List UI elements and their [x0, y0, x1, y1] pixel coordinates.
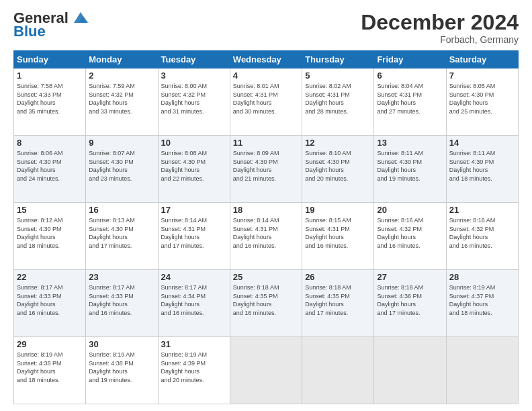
calendar-cell — [230, 337, 302, 404]
calendar-cell: 23 Sunrise: 8:17 AM Sunset: 4:33 PM Dayl… — [86, 270, 158, 337]
day-number: 28 — [449, 272, 515, 282]
day-info: Sunrise: 8:16 AM Sunset: 4:32 PM Dayligh… — [449, 216, 515, 250]
calendar-cell: 3 Sunrise: 8:00 AM Sunset: 4:32 PM Dayli… — [158, 68, 230, 136]
day-info: Sunrise: 8:06 AM Sunset: 4:30 PM Dayligh… — [17, 149, 83, 183]
day-number: 31 — [161, 339, 227, 349]
day-info: Sunrise: 8:12 AM Sunset: 4:30 PM Dayligh… — [17, 216, 83, 250]
calendar-cell: 20 Sunrise: 8:16 AM Sunset: 4:32 PM Dayl… — [374, 203, 446, 270]
calendar-cell: 24 Sunrise: 8:17 AM Sunset: 4:34 PM Dayl… — [158, 270, 230, 337]
day-info: Sunrise: 8:14 AM Sunset: 4:31 PM Dayligh… — [161, 216, 227, 250]
day-info: Sunrise: 8:11 AM Sunset: 4:30 PM Dayligh… — [377, 149, 443, 183]
day-info: Sunrise: 8:09 AM Sunset: 4:30 PM Dayligh… — [233, 149, 299, 183]
day-number: 10 — [161, 138, 227, 148]
calendar-cell: 14 Sunrise: 8:11 AM Sunset: 4:30 PM Dayl… — [446, 136, 518, 203]
day-info: Sunrise: 8:07 AM Sunset: 4:30 PM Dayligh… — [89, 149, 154, 183]
calendar-cell: 7 Sunrise: 8:05 AM Sunset: 4:30 PM Dayli… — [446, 68, 518, 136]
calendar-cell: 6 Sunrise: 8:04 AM Sunset: 4:31 PM Dayli… — [374, 68, 446, 136]
subtitle: Forbach, Germany — [361, 34, 519, 45]
calendar-cell: 22 Sunrise: 8:17 AM Sunset: 4:33 PM Dayl… — [14, 270, 86, 337]
calendar-cell: 29 Sunrise: 8:19 AM Sunset: 4:38 PM Dayl… — [14, 337, 86, 404]
day-info: Sunrise: 7:58 AM Sunset: 4:33 PM Dayligh… — [17, 82, 83, 116]
calendar-cell: 26 Sunrise: 8:18 AM Sunset: 4:35 PM Dayl… — [302, 270, 374, 337]
col-header-thursday: Thursday — [302, 51, 374, 68]
col-header-tuesday: Tuesday — [158, 51, 230, 68]
day-number: 22 — [17, 272, 83, 282]
calendar-cell: 10 Sunrise: 8:08 AM Sunset: 4:30 PM Dayl… — [158, 136, 230, 203]
day-info: Sunrise: 8:19 AM Sunset: 4:38 PM Dayligh… — [89, 351, 154, 384]
day-number: 18 — [233, 205, 299, 215]
day-number: 4 — [233, 71, 299, 81]
calendar-cell — [374, 337, 446, 404]
day-number: 30 — [89, 339, 154, 349]
main-title: December 2024 — [361, 11, 519, 34]
day-info: Sunrise: 8:00 AM Sunset: 4:32 PM Dayligh… — [161, 82, 227, 116]
calendar-cell: 2 Sunrise: 7:59 AM Sunset: 4:32 PM Dayli… — [86, 68, 158, 136]
calendar-cell: 9 Sunrise: 8:07 AM Sunset: 4:30 PM Dayli… — [86, 136, 158, 203]
calendar-cell: 11 Sunrise: 8:09 AM Sunset: 4:30 PM Dayl… — [230, 136, 302, 203]
calendar-cell: 28 Sunrise: 8:19 AM Sunset: 4:37 PM Dayl… — [446, 270, 518, 337]
day-number: 11 — [233, 138, 299, 148]
col-header-monday: Monday — [86, 51, 158, 68]
day-info: Sunrise: 8:16 AM Sunset: 4:32 PM Dayligh… — [377, 216, 443, 250]
day-info: Sunrise: 8:10 AM Sunset: 4:30 PM Dayligh… — [305, 149, 371, 183]
day-number: 2 — [89, 71, 154, 81]
calendar-cell: 12 Sunrise: 8:10 AM Sunset: 4:30 PM Dayl… — [302, 136, 374, 203]
logo-blue-text: Blue — [13, 24, 46, 39]
day-number: 25 — [233, 272, 299, 282]
logo: General Blue — [13, 11, 90, 39]
col-header-friday: Friday — [374, 51, 446, 68]
day-number: 15 — [17, 205, 83, 215]
day-info: Sunrise: 8:14 AM Sunset: 4:31 PM Dayligh… — [233, 216, 299, 250]
calendar-cell: 25 Sunrise: 8:18 AM Sunset: 4:35 PM Dayl… — [230, 270, 302, 337]
day-info: Sunrise: 8:02 AM Sunset: 4:31 PM Dayligh… — [305, 82, 371, 116]
day-number: 29 — [17, 339, 83, 349]
day-number: 1 — [17, 71, 83, 81]
day-info: Sunrise: 8:08 AM Sunset: 4:30 PM Dayligh… — [161, 149, 227, 183]
day-number: 13 — [377, 138, 443, 148]
day-info: Sunrise: 8:17 AM Sunset: 4:34 PM Dayligh… — [161, 283, 227, 317]
title-block: December 2024 Forbach, Germany — [361, 11, 519, 45]
day-info: Sunrise: 8:19 AM Sunset: 4:37 PM Dayligh… — [449, 283, 515, 317]
calendar-cell: 15 Sunrise: 8:12 AM Sunset: 4:30 PM Dayl… — [14, 203, 86, 270]
calendar-cell: 1 Sunrise: 7:58 AM Sunset: 4:33 PM Dayli… — [14, 68, 86, 136]
day-info: Sunrise: 8:17 AM Sunset: 4:33 PM Dayligh… — [89, 283, 154, 317]
day-number: 9 — [89, 138, 154, 148]
day-number: 7 — [449, 71, 515, 81]
col-header-wednesday: Wednesday — [230, 51, 302, 68]
calendar-cell: 13 Sunrise: 8:11 AM Sunset: 4:30 PM Dayl… — [374, 136, 446, 203]
calendar-cell: 8 Sunrise: 8:06 AM Sunset: 4:30 PM Dayli… — [14, 136, 86, 203]
day-number: 19 — [305, 205, 371, 215]
day-number: 20 — [377, 205, 443, 215]
calendar-cell: 17 Sunrise: 8:14 AM Sunset: 4:31 PM Dayl… — [158, 203, 230, 270]
calendar-cell — [302, 337, 374, 404]
col-header-saturday: Saturday — [446, 51, 518, 68]
day-info: Sunrise: 8:05 AM Sunset: 4:30 PM Dayligh… — [449, 82, 515, 116]
day-number: 16 — [89, 205, 154, 215]
calendar-cell: 30 Sunrise: 8:19 AM Sunset: 4:38 PM Dayl… — [86, 337, 158, 404]
day-number: 26 — [305, 272, 371, 282]
day-number: 8 — [17, 138, 83, 148]
calendar-cell: 5 Sunrise: 8:02 AM Sunset: 4:31 PM Dayli… — [302, 68, 374, 136]
calendar-cell — [446, 337, 518, 404]
day-number: 21 — [449, 205, 515, 215]
day-number: 6 — [377, 71, 443, 81]
day-info: Sunrise: 8:19 AM Sunset: 4:38 PM Dayligh… — [17, 351, 83, 384]
day-info: Sunrise: 8:11 AM Sunset: 4:30 PM Dayligh… — [449, 149, 515, 183]
day-info: Sunrise: 8:04 AM Sunset: 4:31 PM Dayligh… — [377, 82, 443, 116]
calendar-cell: 4 Sunrise: 8:01 AM Sunset: 4:31 PM Dayli… — [230, 68, 302, 136]
day-info: Sunrise: 8:13 AM Sunset: 4:30 PM Dayligh… — [89, 216, 154, 250]
day-info: Sunrise: 8:18 AM Sunset: 4:36 PM Dayligh… — [377, 283, 443, 317]
day-number: 23 — [89, 272, 154, 282]
day-number: 14 — [449, 138, 515, 148]
page: General Blue December 2024 Forbach, Germ… — [0, 0, 532, 411]
day-number: 12 — [305, 138, 371, 148]
calendar-cell: 31 Sunrise: 8:19 AM Sunset: 4:39 PM Dayl… — [158, 337, 230, 404]
calendar-cell: 21 Sunrise: 8:16 AM Sunset: 4:32 PM Dayl… — [446, 203, 518, 270]
calendar-cell: 18 Sunrise: 8:14 AM Sunset: 4:31 PM Dayl… — [230, 203, 302, 270]
logo-icon — [71, 11, 90, 26]
day-info: Sunrise: 8:17 AM Sunset: 4:33 PM Dayligh… — [17, 283, 83, 317]
day-number: 27 — [377, 272, 443, 282]
col-header-sunday: Sunday — [14, 51, 86, 68]
calendar-table: SundayMondayTuesdayWednesdayThursdayFrid… — [13, 50, 519, 404]
day-info: Sunrise: 8:15 AM Sunset: 4:31 PM Dayligh… — [305, 216, 371, 250]
